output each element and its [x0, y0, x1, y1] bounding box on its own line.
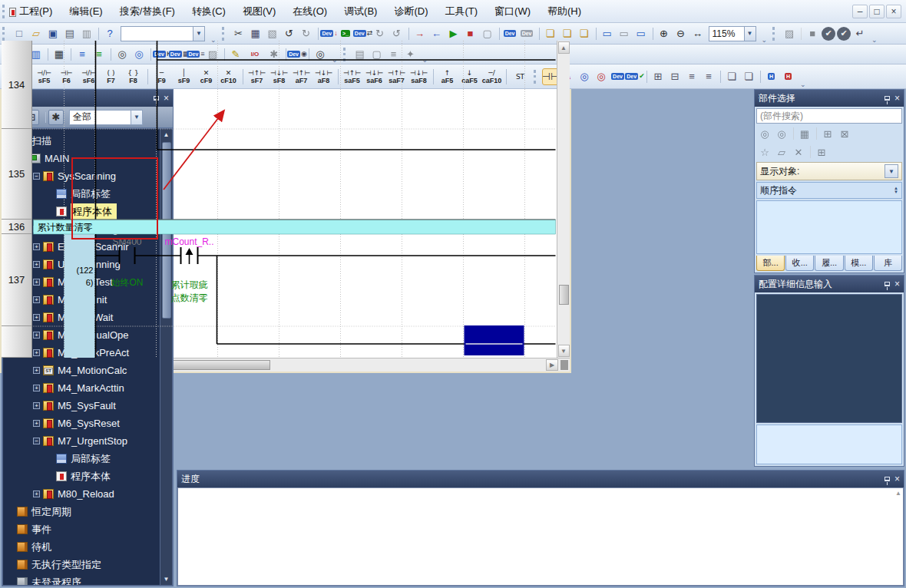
tree-item-m4-motioncalc[interactable]: + M4_MotionCalc — [3, 362, 160, 379]
verify-with-device-button[interactable]: Dev ⇄ — [355, 26, 371, 41]
comment-write-button[interactable]: ❏ — [560, 26, 575, 41]
pin-icon[interactable] — [885, 477, 890, 481]
tab-library[interactable]: 库 — [874, 256, 902, 271]
instruction-category-row[interactable]: 顺序指令 ▲▼ — [756, 182, 902, 199]
tree-item-m7-program-body[interactable]: 程序本体 — [3, 467, 160, 485]
zoom-combo[interactable]: 115% ▼ — [709, 26, 756, 41]
stop-button[interactable]: ■ — [805, 26, 820, 41]
ladder-find-button[interactable]: ◎ — [577, 69, 592, 84]
parts-place-button[interactable]: ⊞ — [820, 126, 835, 141]
menu-item-5[interactable]: 在线(O) — [284, 2, 336, 21]
scrollbar-thumb[interactable] — [559, 285, 569, 305]
chevron-down-icon[interactable]: ▼ — [885, 164, 898, 178]
device-find-blue-button[interactable]: Dev — [610, 69, 626, 84]
comment-next-button[interactable]: ❏ — [577, 26, 592, 41]
paste-button[interactable]: ▧ — [265, 26, 280, 41]
row-header-next[interactable] — [2, 326, 31, 358]
align-list-button[interactable]: ≡ — [684, 69, 699, 84]
expander-icon[interactable]: + — [33, 420, 40, 427]
program-h1-button[interactable]: H — [764, 69, 779, 84]
clipboard-button[interactable]: ▨ — [782, 26, 797, 41]
tree-item-m6-sysreset[interactable]: + M6_SysReset — [3, 415, 160, 432]
write-to-device-button[interactable]: Dev ↓ — [322, 26, 337, 41]
keyword-combo[interactable]: ▼ — [121, 26, 205, 41]
tree-item-m4-markactting[interactable]: + M4_MarkActtin — [3, 379, 160, 397]
new-folder-button[interactable]: ▱ — [774, 144, 789, 160]
monitor-dev-off-button[interactable]: Dev — [520, 26, 535, 41]
scroll-up-icon[interactable]: ▲ — [895, 490, 901, 497]
row-header-136[interactable]: 136 — [2, 220, 31, 234]
parts-find-next-button[interactable]: ◎ — [774, 126, 789, 141]
parts-search-input[interactable] — [756, 108, 902, 124]
menu-item-0[interactable]: 工程(P) — [11, 2, 61, 21]
tree-item-event[interactable]: 事件 — [3, 520, 160, 538]
watch-stop-button[interactable]: ■ — [463, 26, 478, 41]
tree-item-m7-urgentstop[interactable]: − M7_UrgentStop — [3, 432, 160, 450]
fit-width-button[interactable]: ↔ — [690, 26, 706, 41]
expander-icon[interactable]: + — [33, 402, 40, 409]
tab-favorites[interactable]: 收... — [785, 256, 814, 271]
toolbar-overflow-icon[interactable]: ⌄ — [868, 36, 881, 44]
close-icon[interactable]: × — [894, 474, 900, 484]
monitor-window-2-button[interactable]: ▭ — [617, 26, 632, 41]
restore-button[interactable]: □ — [869, 5, 885, 18]
editor-vertical-scrollbar[interactable]: ▲ ▼ — [557, 41, 570, 358]
minimize-button[interactable]: – — [852, 5, 868, 18]
menu-item-4[interactable]: 视图(V) — [234, 2, 284, 21]
ladder-find-replace-button[interactable]: ◎ — [594, 69, 609, 84]
read-from-device-button[interactable]: >_ — [339, 26, 354, 41]
tab-parts[interactable]: 部... — [756, 256, 785, 271]
tree-item-standby[interactable]: 待机 — [3, 538, 160, 556]
expander-icon[interactable]: − — [33, 438, 40, 444]
menu-item-6[interactable]: 调试(B) — [336, 2, 385, 21]
menu-item-10[interactable]: 帮助(H) — [539, 2, 590, 21]
tree-item-fixed-cycle[interactable]: 恒定周期 — [3, 503, 160, 520]
scroll-down-icon[interactable]: ▼ — [558, 345, 570, 357]
selection-cursor[interactable] — [465, 325, 524, 355]
device-display-button[interactable]: ▢ — [480, 26, 495, 41]
monitor-window-button[interactable]: ▭ — [600, 26, 615, 41]
toolbar-overflow-icon[interactable]: ⌄ — [759, 36, 771, 44]
contact-mcount-rising[interactable]: mCount_R.. 累计瑕疵 点数清零 — [164, 236, 213, 303]
parts-find-prev-button[interactable]: ◎ — [757, 126, 772, 141]
zoom-in-button[interactable]: ⊕ — [656, 26, 672, 41]
statement-list-button[interactable]: ≡ — [701, 69, 716, 84]
program-h2-button[interactable]: H — [781, 69, 796, 84]
scroll-right-icon[interactable]: ▶ — [546, 359, 558, 371]
scroll-up-icon[interactable]: ▲ — [558, 41, 570, 54]
parts-clear-button[interactable]: ⊠ — [837, 126, 852, 141]
menu-item-7[interactable]: 诊断(D) — [385, 2, 436, 21]
cut-button[interactable]: ✂ — [231, 26, 246, 41]
watch-start-button[interactable]: ▶ — [446, 26, 461, 41]
convert-check-2-button[interactable]: ✔ — [837, 27, 851, 41]
rung-comment-band[interactable]: 累计数量清零 — [34, 220, 556, 234]
tree-item-m5-sysfault[interactable]: + M5_SysFault — [3, 397, 160, 415]
expander-icon[interactable]: + — [33, 491, 40, 497]
tree-item-m80-reload[interactable]: + M80_Reload — [3, 485, 160, 503]
expander-icon[interactable]: + — [33, 367, 40, 374]
copy-button[interactable]: ▦ — [248, 26, 263, 41]
print-preview-button[interactable]: ▥ — [79, 26, 94, 41]
module-add-button[interactable]: ⊞ — [814, 144, 829, 160]
device-sync-1-button[interactable]: ↻ — [372, 26, 388, 41]
pin-icon[interactable] — [885, 96, 890, 101]
tab-history[interactable]: 履... — [815, 256, 843, 271]
delete-button[interactable]: ✕ — [791, 144, 806, 160]
ladder-read-button[interactable]: ← — [429, 26, 445, 41]
open-project-button[interactable]: ▱ — [28, 26, 44, 41]
comment-edit-button[interactable]: ❏ — [724, 69, 739, 84]
spinner-icon[interactable]: ▲▼ — [894, 187, 898, 194]
close-icon[interactable]: × — [894, 279, 900, 289]
note-edit-button[interactable]: ❏ — [741, 69, 756, 84]
delete-row-button[interactable]: ⊟ — [667, 69, 683, 84]
monitor-dev-on-button[interactable]: Dev — [503, 26, 518, 41]
device-sync-2-button[interactable]: ↺ — [389, 26, 405, 41]
chevron-down-icon[interactable]: ▼ — [193, 27, 204, 41]
redo-button[interactable]: ↻ — [299, 26, 314, 41]
pin-icon[interactable] — [885, 282, 890, 286]
insert-row-button[interactable]: ⊞ — [650, 69, 666, 84]
config-content-area[interactable] — [756, 294, 902, 423]
comment-prev-button[interactable]: ❏ — [543, 26, 558, 41]
parts-list-area[interactable] — [756, 200, 902, 254]
parts-list-button[interactable]: ▦ — [797, 126, 812, 141]
